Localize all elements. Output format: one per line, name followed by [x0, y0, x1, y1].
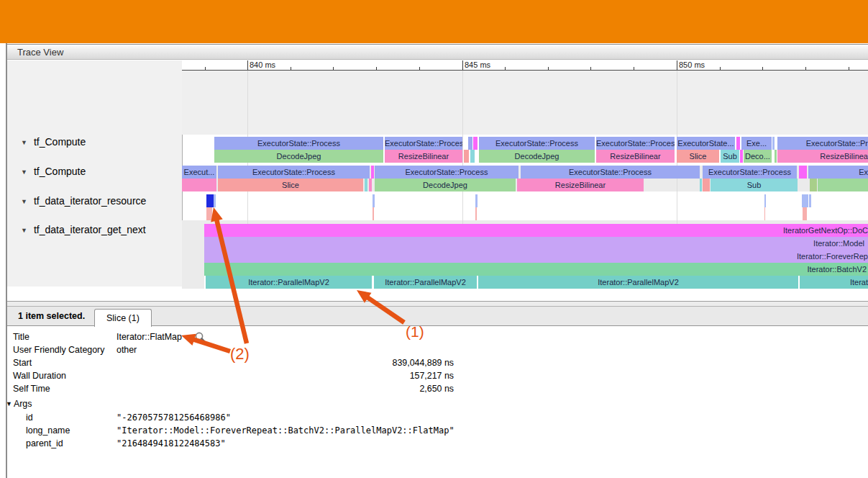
timeline-slice-sliver[interactable]	[475, 207, 477, 220]
timeline-slice-iterator-foreverrep[interactable]: Iterator::ForeverRep	[204, 250, 868, 263]
ruler-minor-tick	[376, 67, 377, 70]
timeline-slice-sliver[interactable]	[799, 166, 807, 179]
timeline-slice-sliver[interactable]	[369, 179, 372, 191]
timeline-slice-sliver[interactable]	[373, 194, 375, 207]
arg-value-parent_id: "2164849418122484583"	[117, 437, 226, 450]
timeline-slice-sliver[interactable]	[764, 194, 766, 207]
timeline-slice-sliver[interactable]	[775, 150, 777, 163]
timeline-slice-sliver[interactable]	[214, 194, 216, 207]
timeline-slice-executorstate-process[interactable]: ExecutorState::Process	[385, 137, 462, 150]
timeline-slice-ex[interactable]: Ex	[808, 166, 868, 179]
timeline-slice-executorstate-process[interactable]: ExecutorState::Process	[703, 166, 797, 179]
sidebar-track-tf_Compute[interactable]: ▼tf_Compute	[7, 136, 182, 148]
ruler-minor-tick	[849, 67, 849, 70]
timeline-slice-sliver[interactable]	[206, 194, 214, 207]
timeline-slice-decodejpeg[interactable]: DecodeJpeg	[375, 179, 516, 191]
timeline-slice-sliver[interactable]	[373, 207, 374, 220]
collapse-triangle-icon[interactable]: ▼	[21, 137, 27, 148]
collapse-triangle-icon[interactable]: ▼	[21, 225, 27, 236]
timeline-slice-sliver[interactable]	[473, 137, 478, 150]
timeline-slice-sliver[interactable]	[182, 179, 216, 191]
sidebar-track-tf_Compute[interactable]: ▼tf_Compute	[7, 166, 182, 177]
timeline-slice-sliver[interactable]	[818, 179, 868, 191]
field-label-start: Start	[13, 356, 32, 369]
timeline-slice-sliver[interactable]	[475, 194, 478, 207]
timeline-slice-resizebilinear[interactable]: ResizeBilinear	[517, 179, 644, 191]
timeline-slice-iterator-parallelmapv2[interactable]: Iterator::ParallelMapV2	[206, 276, 372, 289]
collapse-triangle-icon[interactable]: ▼	[21, 166, 27, 178]
timeline-slice-resizebilinear[interactable]: ResizeBilinear	[385, 150, 462, 163]
timeline-slice-executorstate-process[interactable]: ExecutorState::Process	[214, 137, 383, 150]
timeline-slice-executorstate-pr[interactable]: ExecutorState::Pr	[777, 137, 868, 150]
arg-label-id: id	[26, 411, 33, 424]
timeline-slice-executorstate-[interactable]: ExecutorState...	[677, 137, 735, 150]
selection-summary: 1 item selected.	[18, 307, 85, 325]
timeline-slice-sliver[interactable]	[736, 137, 740, 150]
timeline-slice-sub[interactable]: Sub	[711, 179, 798, 191]
timeline-slice-sliver[interactable]	[464, 150, 469, 163]
timeline-slice-deco-[interactable]: Deco...	[744, 150, 772, 163]
timeline-slice-sliver[interactable]	[810, 179, 817, 191]
collapse-triangle-icon[interactable]: ▼	[21, 196, 27, 207]
tab-slice[interactable]: Slice (1)	[94, 309, 152, 327]
timeline-slice-executorstate-process[interactable]: ExecutorState::Process	[596, 137, 675, 150]
sidebar-track-tf_data_iterator_resource[interactable]: ▼tf_data_iterator_resource	[7, 195, 182, 207]
timeline-slice-execut-[interactable]: Execut...	[182, 166, 216, 179]
timeline-slice-iteratorgetnextop-doc[interactable]: IteratorGetNextOp::DoC	[204, 224, 868, 237]
timeline-slice-iterator-batchv2[interactable]: Iterator::BatchV2	[204, 263, 868, 276]
timeline-slice-sliver[interactable]	[371, 166, 374, 179]
timeline-slice-sliver[interactable]	[740, 150, 743, 163]
timeline-slice-sliver[interactable]	[802, 194, 808, 207]
timeline-slice-iterator-parallelmapv2[interactable]: Iterator::ParallelMapV2	[478, 276, 798, 289]
timeline-empty-area	[182, 71, 868, 135]
top-banner	[0, 0, 868, 43]
timeline-slice-sliver[interactable]	[470, 150, 475, 163]
magnifier-icon[interactable]	[194, 331, 206, 343]
track4-background-left	[182, 224, 204, 289]
timeline-slice-exe-[interactable]: Exe...	[741, 137, 772, 150]
timeline-ruler[interactable]: 840 ms845 ms850 ms	[182, 60, 868, 71]
timeline-slice-sliver[interactable]	[703, 179, 710, 191]
timeline-slice-sliver[interactable]	[803, 207, 807, 220]
ruler-tick-label: 845 ms	[465, 60, 490, 69]
ruler-tick-label: 850 ms	[679, 60, 705, 69]
trace-view-titlebar: Trace View	[7, 44, 868, 60]
timeline-slice-sliver[interactable]	[365, 179, 367, 191]
timeline-slice-sliver[interactable]	[206, 207, 212, 220]
args-triangle-icon[interactable]: ▼	[6, 398, 12, 410]
timeline-slice-decodejpeg[interactable]: DecodeJpeg	[214, 150, 383, 163]
field-label-user-friendly-category: User Friendly Category	[13, 343, 104, 356]
timeline-slice-executorstate-process[interactable]: ExecutorState::Process	[218, 166, 370, 179]
arg-value-long_name: "Iterator::Model::ForeverRepeat::BatchV2…	[117, 424, 454, 437]
arg-label-parent_id: parent_id	[26, 437, 63, 450]
timeline-slice-executorstate-process[interactable]: ExecutorState::Process	[375, 166, 518, 179]
analysis-panel-header: 1 item selected. Slice (1)	[7, 307, 868, 326]
timeline-slice-executorstate-process[interactable]: ExecutorState::Process	[479, 137, 595, 150]
ruler-minor-tick	[590, 67, 591, 70]
panel-splitter[interactable]	[7, 301, 868, 307]
args-expander[interactable]: ▼Args	[6, 398, 32, 410]
timeline-slice-resizebilinear[interactable]: ResizeBilinear	[596, 150, 675, 163]
timeline-slice-sliver[interactable]	[764, 207, 765, 220]
field-value-user-friendly-category: other	[117, 343, 137, 356]
timeline-slice-sliver[interactable]	[809, 194, 811, 207]
timeline-slice-sliver[interactable]	[772, 137, 775, 150]
timeline-slice-decodejpeg[interactable]: DecodeJpeg	[479, 150, 595, 163]
timeline-slice-resizebilinea[interactable]: ResizeBilinea	[777, 150, 868, 163]
timeline-slice-iterator-model[interactable]: Iterator::Model	[204, 237, 868, 250]
sidebar-track-tf_data_iterator_get_next[interactable]: ▼tf_data_iterator_get_next	[7, 224, 182, 235]
timeline-slice-executorstate-process[interactable]: ExecutorState::Process	[521, 166, 700, 179]
trace-view-title: Trace View	[17, 47, 63, 58]
ruler-major-tick	[677, 60, 677, 70]
ruler-minor-tick	[505, 67, 506, 70]
timeline-slice-iterat[interactable]: Iterat	[800, 276, 868, 289]
ruler-minor-tick	[333, 67, 334, 70]
timeline-slice-sub[interactable]: Sub	[721, 150, 739, 163]
field-value-start: 839,044,889 ns	[117, 356, 454, 369]
timeline-slice-iterator-parallelmapv2[interactable]: Iterator::ParallelMapV2	[374, 276, 477, 289]
timeline-slice-slice[interactable]: Slice	[677, 150, 719, 163]
field-label-wall-duration: Wall Duration	[13, 369, 66, 382]
timeline-slice-sliver[interactable]	[700, 179, 702, 191]
timeline-slice-slice[interactable]: Slice	[218, 179, 363, 191]
timeline-slice-sliver[interactable]	[468, 137, 472, 150]
